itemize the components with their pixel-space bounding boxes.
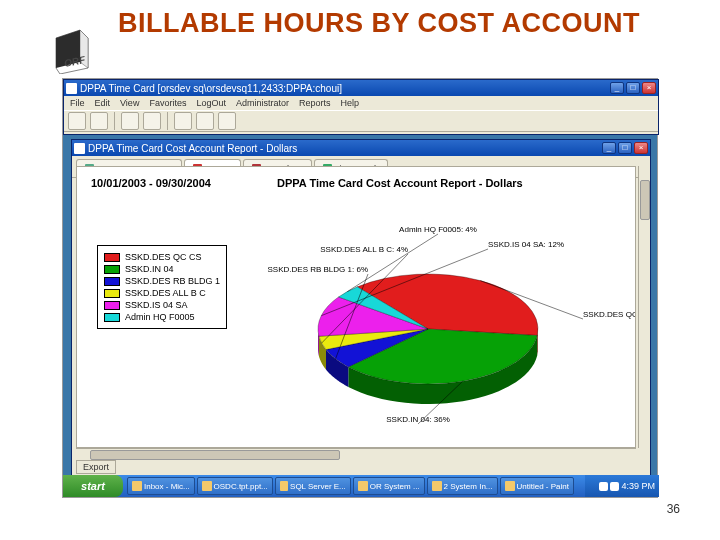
- legend-label: Admin HQ F0005: [125, 312, 195, 322]
- task-label: OSDC.tpt.ppt...: [214, 482, 268, 491]
- menu-help[interactable]: Help: [340, 98, 359, 108]
- export-button[interactable]: Export: [76, 460, 116, 474]
- legend-swatch: [104, 301, 120, 310]
- scrollbar-thumb[interactable]: [640, 180, 650, 220]
- tray-icon[interactable]: [610, 482, 619, 491]
- menu-admin[interactable]: Administrator: [236, 98, 289, 108]
- legend-item: SSKD.IS 04 SA: [104, 300, 220, 310]
- taskbar-task[interactable]: Untitled - Paint: [500, 477, 574, 495]
- toolbar-button-2[interactable]: [90, 112, 108, 130]
- outer-titlebar: DPPA Time Card [orsdev sq\orsdevsq11,243…: [64, 80, 658, 96]
- tray-icon[interactable]: [599, 482, 608, 491]
- legend-item: SSKD.DES RB BLDG 1: [104, 276, 220, 286]
- system-tray[interactable]: 4:39 PM: [585, 475, 659, 497]
- task-label: Inbox - Mic...: [144, 482, 190, 491]
- legend-label: SSKD.IN 04: [125, 264, 174, 274]
- chart-legend: SSKD.DES QC CSSSKD.IN 04SSKD.DES RB BLDG…: [97, 245, 227, 329]
- toolbar-button-6[interactable]: [196, 112, 214, 130]
- legend-item: SSKD.DES ALL B C: [104, 288, 220, 298]
- legend-item: SSKD.IN 04: [104, 264, 220, 274]
- outer-toolbar: [64, 110, 658, 132]
- inner-titlebar: DPPA Time Card Cost Account Report - Dol…: [72, 140, 650, 156]
- minimize-button[interactable]: _: [610, 82, 624, 94]
- horizontal-scrollbar[interactable]: [76, 448, 636, 460]
- taskbar-task[interactable]: Inbox - Mic...: [127, 477, 195, 495]
- taskbar-tasks: Inbox - Mic...OSDC.tpt.ppt...SQL Server …: [123, 477, 585, 495]
- maximize-button[interactable]: □: [626, 82, 640, 94]
- report-window-icon: [74, 143, 85, 154]
- date-range: 10/01/2003 - 09/30/2004: [91, 177, 211, 189]
- legend-label: SSKD.DES ALL B C: [125, 288, 206, 298]
- menu-edit[interactable]: Edit: [95, 98, 111, 108]
- menu-file[interactable]: File: [70, 98, 85, 108]
- toolbar-separator: [114, 112, 115, 130]
- legend-label: SSKD.DES RB BLDG 1: [125, 276, 220, 286]
- menu-reports[interactable]: Reports: [299, 98, 331, 108]
- menubar: File Edit View Favorites LogOut Administ…: [64, 96, 658, 110]
- menu-favorites[interactable]: Favorites: [149, 98, 186, 108]
- taskbar-task[interactable]: OSDC.tpt.ppt...: [197, 477, 273, 495]
- legend-swatch: [104, 277, 120, 286]
- slice-label: SSKD.IS 04 SA: 12%: [488, 240, 564, 249]
- slice-label: SSKD.DES QC CS: 38%: [583, 310, 636, 319]
- toolbar-button-1[interactable]: [68, 112, 86, 130]
- taskbar-task[interactable]: 2 System In...: [427, 477, 498, 495]
- toolbar-button-7[interactable]: [218, 112, 236, 130]
- legend-item: Admin HQ F0005: [104, 312, 220, 322]
- close-button[interactable]: ×: [642, 82, 656, 94]
- desktop-area: DPPA Time Card [orsdev sq\orsdevsq11,243…: [62, 78, 658, 498]
- slide-title: BILLABLE HOURS BY COST ACCOUNT: [118, 8, 640, 39]
- toolbar-separator: [167, 112, 168, 130]
- toolbar-button-3[interactable]: [121, 112, 139, 130]
- task-label: Untitled - Paint: [517, 482, 569, 491]
- pie-chart: SSKD.DES QC CS: 38%SSKD.IN 04: 36%SSKD.D…: [293, 219, 603, 429]
- toolbar-button-5[interactable]: [174, 112, 192, 130]
- slice-label: SSKD.DES ALL B C: 4%: [320, 245, 408, 254]
- toolbar-button-4[interactable]: [143, 112, 161, 130]
- slice-label: SSKD.IN 04: 36%: [386, 415, 450, 424]
- legend-swatch: [104, 265, 120, 274]
- inner-maximize-button[interactable]: □: [618, 142, 632, 154]
- legend-label: SSKD.DES QC CS: [125, 252, 202, 262]
- windows-taskbar: start Inbox - Mic...OSDC.tpt.ppt...SQL S…: [63, 475, 659, 497]
- slice-label: SSKD.DES RB BLDG 1: 6%: [268, 265, 368, 274]
- page-number: 36: [667, 502, 680, 516]
- menu-logout[interactable]: LogOut: [196, 98, 226, 108]
- report-bottom-bar: Export: [76, 460, 646, 474]
- report-title: DPPA Time Card Cost Account Report - Dol…: [277, 177, 523, 189]
- legend-swatch: [104, 313, 120, 322]
- outer-app-window: DPPA Time Card [orsdev sq\orsdevsq11,243…: [63, 79, 659, 135]
- task-icon: [505, 481, 515, 491]
- report-canvas: 10/01/2003 - 09/30/2004 DPPA Time Card C…: [76, 166, 636, 448]
- app-icon: [66, 83, 77, 94]
- legend-swatch: [104, 289, 120, 298]
- legend-label: SSKD.IS 04 SA: [125, 300, 188, 310]
- task-label: SQL Server E...: [290, 482, 346, 491]
- legend-item: SSKD.DES QC CS: [104, 252, 220, 262]
- task-icon: [358, 481, 368, 491]
- taskbar-task[interactable]: OR System ...: [353, 477, 425, 495]
- legend-swatch: [104, 253, 120, 262]
- outer-window-title: DPPA Time Card [orsdev sq\orsdevsq11,243…: [80, 83, 342, 94]
- clock: 4:39 PM: [621, 481, 655, 491]
- inner-minimize-button[interactable]: _: [602, 142, 616, 154]
- task-icon: [280, 481, 288, 491]
- report-window: DPPA Time Card Cost Account Report - Dol…: [71, 139, 651, 477]
- task-icon: [202, 481, 212, 491]
- vertical-scrollbar[interactable]: [638, 166, 650, 448]
- taskbar-task[interactable]: SQL Server E...: [275, 477, 351, 495]
- inner-close-button[interactable]: ×: [634, 142, 648, 154]
- task-icon: [132, 481, 142, 491]
- inner-window-title: DPPA Time Card Cost Account Report - Dol…: [88, 143, 297, 154]
- menu-view[interactable]: View: [120, 98, 139, 108]
- task-icon: [432, 481, 442, 491]
- task-label: 2 System In...: [444, 482, 493, 491]
- scrollbar-thumb[interactable]: [90, 450, 340, 460]
- start-button[interactable]: start: [63, 475, 123, 497]
- slice-label: Admin HQ F0005: 4%: [399, 225, 477, 234]
- task-label: OR System ...: [370, 482, 420, 491]
